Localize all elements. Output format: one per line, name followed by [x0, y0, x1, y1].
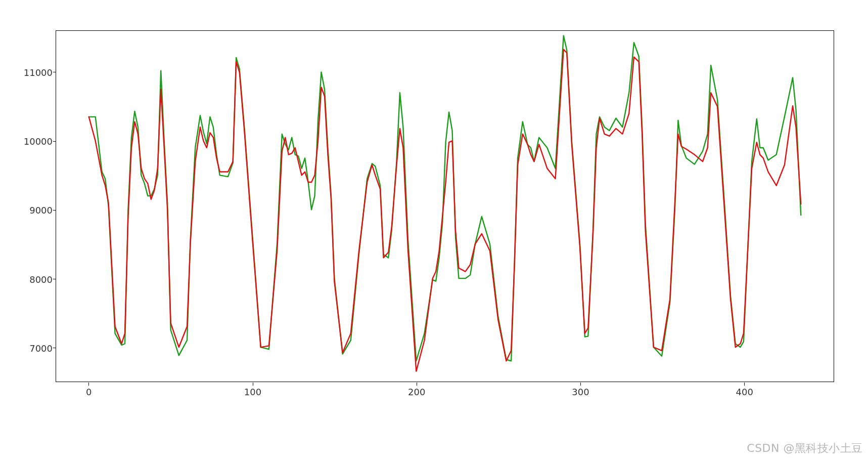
- xtick-mark: [580, 383, 581, 386]
- xtick-mark: [417, 383, 417, 386]
- ytick-mark: [53, 348, 56, 348]
- plot-area: [56, 31, 834, 382]
- ytick-mark: [53, 279, 56, 279]
- chart-axes: 0100200300400 7000800090001000011000: [56, 30, 834, 382]
- xtick-label: 100: [244, 387, 261, 397]
- xtick-mark: [88, 383, 89, 386]
- ytick-label: 7000: [29, 343, 53, 353]
- xtick-label: 400: [736, 387, 753, 397]
- ytick-mark: [53, 210, 56, 211]
- ytick-label: 10000: [24, 136, 53, 147]
- ytick-label: 11000: [24, 67, 53, 77]
- watermark-text: CSDN @黑科技小土豆: [747, 441, 863, 456]
- line-series-green: [89, 36, 801, 361]
- ytick-label: 9000: [29, 205, 53, 216]
- chart-figure: 0100200300400 7000800090001000011000 CSD…: [0, 0, 868, 459]
- ytick-label: 8000: [29, 274, 53, 284]
- ytick-mark: [53, 141, 56, 142]
- xtick-label: 0: [86, 387, 92, 397]
- xtick-mark: [744, 383, 745, 386]
- xtick-label: 200: [408, 387, 425, 397]
- xtick-label: 300: [572, 387, 589, 397]
- ytick-mark: [53, 72, 56, 72]
- line-series-red: [89, 50, 801, 371]
- xtick-mark: [253, 383, 253, 386]
